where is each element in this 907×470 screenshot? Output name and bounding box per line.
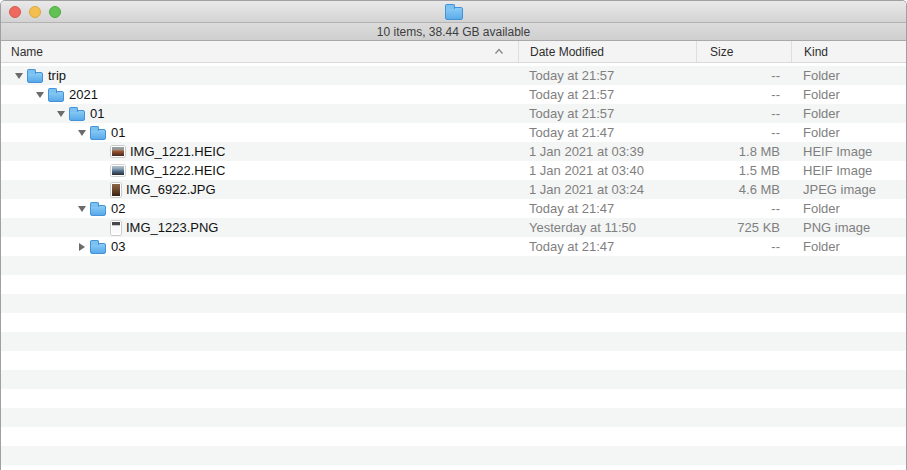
file-name-cell: IMG_1221.HEIC xyxy=(1,142,518,161)
file-name: 03 xyxy=(111,239,125,254)
file-name-cell: 01 xyxy=(1,104,518,123)
size-cell: 1.5 MB xyxy=(696,163,791,178)
column-header-kind-label: Kind xyxy=(804,45,828,59)
kind-cell: HEIF Image xyxy=(791,144,906,159)
file-name: 01 xyxy=(111,125,125,140)
date-modified-cell: 1 Jan 2021 at 03:39 xyxy=(518,144,696,159)
file-name: 02 xyxy=(111,201,125,216)
file-name: IMG_1221.HEIC xyxy=(130,144,225,159)
date-modified-cell: Today at 21:57 xyxy=(518,87,696,102)
column-header-date-label: Date Modified xyxy=(530,45,604,59)
column-header-name-label: Name xyxy=(11,45,43,59)
size-cell: 1.8 MB xyxy=(696,144,791,159)
size-cell: -- xyxy=(696,68,791,83)
size-cell: -- xyxy=(696,87,791,102)
file-name-cell: trip xyxy=(1,66,518,85)
kind-cell: Folder xyxy=(791,201,906,216)
file-name: trip xyxy=(48,68,66,83)
table-row[interactable]: 01Today at 21:47--Folder xyxy=(1,123,906,142)
table-row[interactable]: IMG_6922.JPG1 Jan 2021 at 03:244.6 MBJPE… xyxy=(1,180,906,199)
empty-row xyxy=(1,408,906,427)
disclosure-triangle[interactable] xyxy=(74,125,90,141)
file-name-cell: 01 xyxy=(1,123,518,142)
folder-proxy-icon[interactable] xyxy=(445,7,463,20)
table-row[interactable]: IMG_1223.PNGYesterday at 11:50725 KBPNG … xyxy=(1,218,906,237)
size-cell: 4.6 MB xyxy=(696,182,791,197)
table-row[interactable]: IMG_1221.HEIC1 Jan 2021 at 03:391.8 MBHE… xyxy=(1,142,906,161)
chevron-down-icon xyxy=(15,73,23,79)
column-header-size-label: Size xyxy=(710,45,733,59)
disclosure-triangle xyxy=(95,144,111,160)
file-name-cell: IMG_6922.JPG xyxy=(1,180,518,199)
empty-row xyxy=(1,275,906,294)
date-modified-cell: Today at 21:57 xyxy=(518,68,696,83)
chevron-down-icon xyxy=(78,130,86,136)
table-row[interactable]: 03Today at 21:47--Folder xyxy=(1,237,906,256)
kind-cell: Folder xyxy=(791,68,906,83)
finder-window: 10 items, 38.44 GB available Name Date M… xyxy=(0,0,907,470)
disclosure-triangle[interactable] xyxy=(32,87,48,103)
sort-ascending-icon xyxy=(494,48,504,55)
chevron-down-icon xyxy=(78,206,86,212)
chevron-down-icon xyxy=(57,111,65,117)
empty-row xyxy=(1,351,906,370)
table-row[interactable]: 01Today at 21:57--Folder xyxy=(1,104,906,123)
column-header-kind[interactable]: Kind xyxy=(791,41,906,62)
folder-icon xyxy=(69,110,85,121)
file-name: IMG_6922.JPG xyxy=(126,182,216,197)
size-cell: -- xyxy=(696,201,791,216)
date-modified-cell: Yesterday at 11:50 xyxy=(518,220,696,235)
size-cell: -- xyxy=(696,239,791,254)
photo-thumbnail-icon xyxy=(111,146,125,157)
column-header-date-modified[interactable]: Date Modified xyxy=(518,41,696,62)
size-cell: 725 KB xyxy=(696,220,791,235)
photo-thumbnail-icon xyxy=(111,183,121,197)
date-modified-cell: 1 Jan 2021 at 03:40 xyxy=(518,163,696,178)
file-name-cell: IMG_1222.HEIC xyxy=(1,161,518,180)
disclosure-triangle xyxy=(95,163,111,179)
table-row[interactable]: tripToday at 21:57--Folder xyxy=(1,66,906,85)
file-name: IMG_1223.PNG xyxy=(126,220,219,235)
disclosure-triangle[interactable] xyxy=(74,201,90,217)
empty-row xyxy=(1,313,906,332)
kind-cell: Folder xyxy=(791,125,906,140)
folder-icon xyxy=(48,91,64,102)
chevron-down-icon xyxy=(36,92,44,98)
file-name-cell: 2021 xyxy=(1,85,518,104)
disclosure-triangle xyxy=(95,182,111,198)
empty-row xyxy=(1,389,906,408)
table-row[interactable]: 02Today at 21:47--Folder xyxy=(1,199,906,218)
empty-row xyxy=(1,446,906,465)
date-modified-cell: Today at 21:47 xyxy=(518,239,696,254)
empty-row xyxy=(1,256,906,275)
file-name: IMG_1222.HEIC xyxy=(130,163,225,178)
file-name-cell: 03 xyxy=(1,237,518,256)
column-header-row: Name Date Modified Size Kind xyxy=(1,41,906,63)
kind-cell: Folder xyxy=(791,106,906,121)
date-modified-cell: Today at 21:57 xyxy=(518,106,696,121)
table-row[interactable]: 2021Today at 21:57--Folder xyxy=(1,85,906,104)
empty-row xyxy=(1,294,906,313)
column-header-size[interactable]: Size xyxy=(696,41,791,62)
disclosure-triangle[interactable] xyxy=(11,68,27,84)
kind-cell: Folder xyxy=(791,239,906,254)
empty-row xyxy=(1,332,906,351)
kind-cell: PNG image xyxy=(791,220,906,235)
folder-icon xyxy=(90,129,106,140)
title-bar xyxy=(1,1,906,23)
folder-icon xyxy=(90,243,106,254)
disclosure-triangle[interactable] xyxy=(53,106,69,122)
disclosure-triangle[interactable] xyxy=(74,239,90,255)
file-name: 01 xyxy=(90,106,104,121)
column-header-name[interactable]: Name xyxy=(1,41,518,62)
photo-thumbnail-icon xyxy=(111,165,125,176)
file-name-cell: 02 xyxy=(1,199,518,218)
table-row[interactable]: IMG_1222.HEIC1 Jan 2021 at 03:401.5 MBHE… xyxy=(1,161,906,180)
size-cell: -- xyxy=(696,125,791,140)
kind-cell: HEIF Image xyxy=(791,163,906,178)
date-modified-cell: Today at 21:47 xyxy=(518,201,696,216)
chevron-right-icon xyxy=(79,243,85,251)
status-text: 10 items, 38.44 GB available xyxy=(377,25,530,39)
file-name-cell: IMG_1223.PNG xyxy=(1,218,518,237)
file-name: 2021 xyxy=(69,87,98,102)
